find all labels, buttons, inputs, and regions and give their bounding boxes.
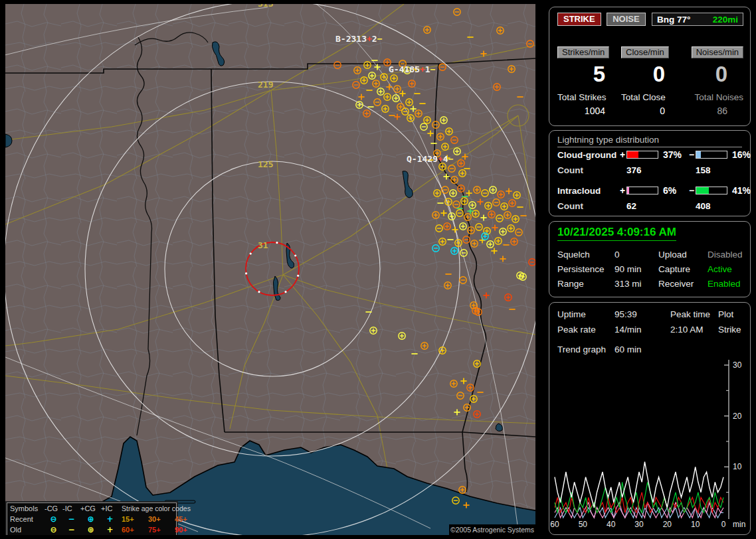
close-rate: 0: [621, 63, 681, 85]
age-75: 75+: [148, 526, 175, 534]
upload-status: Disabled: [708, 250, 745, 260]
svg-text:Q-1429+4−: Q-1429+4−: [407, 154, 454, 164]
svg-text:30: 30: [634, 520, 644, 529]
age-90: 90+: [175, 526, 200, 534]
svg-text:min: min: [733, 520, 745, 529]
noises-rate: 0: [681, 63, 743, 85]
squelch-value: 0: [614, 250, 658, 260]
counters-panel: STRIKE NOISE Bng 77° 220mi Strikes/min C…: [549, 7, 751, 126]
svg-text:10: 10: [691, 520, 700, 529]
plot-label: Plot: [718, 309, 745, 319]
uptime-value: 95:39: [614, 309, 670, 319]
close-per-min-button[interactable]: Close/min: [621, 46, 669, 58]
cg-plus-pct: 37%: [660, 149, 688, 160]
strikes-rate: 5: [557, 63, 621, 85]
cg-minus-pct: 16%: [729, 149, 751, 160]
noises-per-min-button[interactable]: Noises/min: [692, 46, 743, 58]
uptime-label: Uptime: [557, 309, 614, 319]
lightning-map[interactable]: 31321912531B-2313+2−G-4185+1−Q-1429+4− S…: [5, 4, 535, 535]
cg-minus-recent-icon: ⊖: [45, 514, 62, 524]
cg-minus-bar: [696, 151, 727, 159]
trend-panel: 1020306050403020100min Uptime 95:39 Peak…: [549, 302, 751, 535]
upload-label: Upload: [658, 250, 708, 260]
trend-window-value: 60 min: [614, 345, 670, 354]
squelch-label: Squelch: [557, 250, 614, 260]
range-label: Range: [557, 279, 614, 289]
svg-text:31: 31: [258, 240, 268, 250]
peak-rate-label: Peak rate: [557, 325, 614, 335]
distribution-header: Lightning type distribution: [557, 135, 742, 147]
age-60: 60+: [122, 526, 148, 534]
map-canvas: 31321912531B-2313+2−G-4185+1−Q-1429+4−: [5, 4, 535, 535]
peak-rate-value: 14/min: [614, 325, 670, 335]
noise-button[interactable]: NOISE: [607, 13, 645, 26]
ic-plus-old-icon: +: [101, 525, 119, 534]
total-close-label: Total Close: [621, 92, 681, 102]
total-close-value: 0: [621, 106, 681, 116]
ic-minus-pct: 41%: [729, 185, 751, 196]
cg-plus-count: 376: [626, 165, 688, 175]
svg-text:125: 125: [258, 159, 273, 169]
svg-text:0: 0: [721, 520, 726, 529]
total-strikes-label: Total Strikes: [557, 92, 621, 102]
count-label: Count: [557, 165, 618, 175]
capture-label: Capture: [658, 264, 708, 274]
strike-button[interactable]: STRIKE: [557, 13, 601, 26]
svg-text:B-2313+2−: B-2313+2−: [335, 34, 383, 44]
ic-minus-old-icon: −: [62, 525, 80, 534]
plus-sign: +: [618, 185, 626, 196]
persistence-value: 90 min: [614, 264, 658, 274]
ic-plus-count: 62: [626, 201, 688, 211]
cg-minus-old-icon: ⊖: [45, 525, 62, 534]
receiver-label: Receiver: [658, 279, 708, 289]
age-15: 15+: [122, 515, 148, 523]
svg-text:10: 10: [733, 462, 742, 471]
bearing-range: 220mi: [713, 15, 738, 25]
legend-symbols-header: Symbols: [10, 504, 45, 512]
legend-row-recent-label: Recent: [10, 515, 45, 523]
strikes-per-min-button[interactable]: Strikes/min: [557, 46, 609, 58]
trend-graph-label: Trend graph: [557, 345, 614, 354]
legend-col-neg-ic: -IC: [62, 504, 80, 512]
persistence-label: Persistence: [557, 264, 614, 274]
cg-plus-recent-icon: ⊕: [80, 514, 101, 524]
copyright: ©2005 Astrogenic Systems: [449, 524, 535, 535]
peak-time-value: 2:10 AM: [670, 325, 718, 335]
cg-plus-old-icon: ⊕: [80, 525, 101, 534]
receiver-status: Enabled: [708, 279, 745, 289]
total-noises-value: 86: [681, 106, 743, 116]
legend-ages-header: Strike age color codes: [122, 504, 200, 512]
plus-sign: +: [618, 149, 626, 160]
plot-mode-value: Strike: [718, 325, 745, 335]
datetime: 10/21/2025 4:09:16 AM: [557, 226, 676, 241]
legend-col-neg-cg: -CG: [45, 504, 62, 512]
ic-plus-pct: 6%: [660, 185, 688, 196]
count-label: Count: [557, 201, 618, 211]
total-noises-label: Total Noises: [681, 92, 743, 102]
svg-text:20: 20: [663, 520, 672, 529]
svg-text:313: 313: [258, 4, 273, 9]
ic-minus-count: 408: [696, 201, 745, 211]
ic-minus-bar: [696, 187, 727, 194]
cg-plus-bar: [626, 151, 658, 159]
svg-text:50: 50: [579, 520, 588, 529]
bearing-readout: Bng 77° 220mi: [652, 13, 743, 26]
minus-sign: −: [688, 149, 696, 160]
svg-text:219: 219: [258, 80, 273, 90]
map-legend: Symbols -CG -IC +CG +IC Strike age color…: [7, 502, 177, 535]
intracloud-label: Intracloud: [557, 186, 618, 196]
total-strikes-value: 1004: [557, 106, 621, 116]
svg-text:G-4185+1−: G-4185+1−: [389, 64, 436, 74]
legend-row-old-label: Old: [10, 526, 45, 534]
svg-text:60: 60: [550, 520, 559, 529]
peak-time-label: Peak time: [670, 309, 718, 319]
range-value: 313 mi: [614, 279, 658, 289]
svg-text:40: 40: [607, 520, 616, 529]
ic-plus-recent-icon: +: [101, 514, 119, 524]
legend-col-pos-cg: +CG: [80, 504, 101, 512]
capture-status: Active: [708, 264, 745, 274]
legend-col-pos-ic: +IC: [101, 504, 119, 512]
status-panel: 10/21/2025 4:09:16 AM Squelch 0 Upload D…: [549, 221, 751, 297]
minus-sign: −: [688, 185, 696, 196]
ic-plus-bar: [626, 187, 658, 194]
